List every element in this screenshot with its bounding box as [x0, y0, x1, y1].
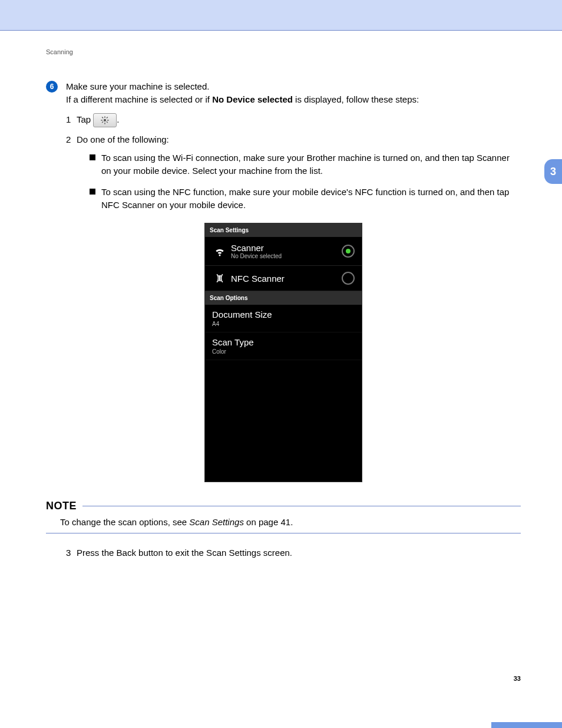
gear-icon: [93, 113, 117, 127]
svg-rect-7: [107, 117, 108, 118]
sub-item-3: 3 Press the Back button to exit the Scan…: [66, 546, 521, 559]
step-line1: Make sure your machine is selected.: [66, 81, 209, 91]
b2b: NFC Scanner: [101, 200, 155, 210]
sub1-b: .: [117, 114, 119, 124]
phone-section-scan-options: Scan Options: [205, 291, 362, 305]
sub-num-3: 3: [66, 546, 77, 559]
note-label: NOTE: [46, 500, 77, 512]
phone-nfc-title: NFC Scanner: [231, 274, 342, 284]
bullet-2: To scan using the NFC function, make sur…: [90, 186, 521, 212]
sub-text-2: Do one of the following:: [77, 133, 521, 146]
phone-screenshot: Scan Settings Scanner No Device selected…: [46, 223, 521, 482]
sub-text-1: Tap .: [77, 113, 521, 127]
svg-rect-5: [102, 117, 104, 118]
phone-docsize-title: Document Size: [212, 309, 355, 319]
phone-screen: Scan Settings Scanner No Device selected…: [204, 223, 362, 482]
wifi-icon: [212, 245, 227, 257]
note-head: NOTE: [46, 500, 521, 512]
sub1-a: Tap: [77, 114, 93, 124]
note-body-a: To change the scan options, see: [60, 517, 189, 527]
sub-num-1: 1: [66, 113, 77, 126]
radio-unselected-icon[interactable]: [342, 272, 355, 285]
svg-rect-2: [105, 123, 105, 124]
step-line2c: is displayed, follow these steps:: [293, 94, 419, 104]
svg-rect-6: [107, 121, 108, 123]
b1c: on your mobile device. Select your machi…: [101, 166, 323, 176]
b1b: Scanner: [477, 153, 510, 163]
svg-rect-3: [101, 120, 103, 120]
bullet-list: To scan using the Wi-Fi connection, make…: [90, 151, 521, 211]
phone-scanner-labels: Scanner No Device selected: [227, 243, 342, 259]
step-body: Make sure your machine is selected. If a…: [66, 80, 419, 106]
phone-opt-docsize[interactable]: Document Size A4: [205, 305, 362, 332]
phone-opt-scantype[interactable]: Scan Type Color: [205, 332, 362, 360]
square-bullet-icon: [90, 154, 95, 160]
svg-rect-8: [102, 121, 104, 123]
sub-item-1: 1 Tap .: [66, 113, 521, 127]
b2c: on your mobile device.: [155, 200, 246, 210]
radio-selected-icon[interactable]: [342, 245, 355, 258]
sub-list-after-note: 3 Press the Back button to exit the Scan…: [66, 546, 521, 559]
note-block: NOTE To change the scan options, see Sca…: [46, 500, 521, 533]
square-bullet-icon: [90, 189, 95, 195]
note-body-ital: Scan Settings: [189, 517, 244, 527]
svg-rect-1: [105, 116, 105, 118]
phone-row-nfc[interactable]: NFC Scanner: [205, 266, 362, 291]
sub-list: 1 Tap . 2 Do one of the following:: [66, 113, 521, 146]
page-content: Scanning 6 Make sure your machine is sel…: [0, 31, 562, 559]
b1a: To scan using the Wi-Fi connection, make…: [101, 153, 477, 163]
step-line2-bold: No Device selected: [212, 94, 293, 104]
bullet-2-text: To scan using the NFC function, make sur…: [101, 186, 521, 212]
phone-section-scan-settings: Scan Settings: [205, 223, 362, 237]
step-line2a: If a different machine is selected or if: [66, 94, 212, 104]
step-6: 6 Make sure your machine is selected. If…: [46, 80, 521, 106]
sub-text-3: Press the Back button to exit the Scan S…: [77, 546, 521, 559]
footer-accent: [491, 722, 562, 728]
phone-nfc-labels: NFC Scanner: [227, 274, 342, 284]
phone-scantype-val: Color: [212, 348, 355, 355]
phone-row-scanner[interactable]: Scanner No Device selected: [205, 237, 362, 266]
svg-rect-4: [107, 120, 109, 120]
note-body-b: on page 41.: [244, 517, 293, 527]
bullet-1: To scan using the Wi-Fi connection, make…: [90, 151, 521, 177]
sub-num-2: 2: [66, 133, 77, 146]
svg-point-0: [104, 118, 106, 121]
note-rule-top: [82, 506, 521, 506]
phone-scanner-title: Scanner: [231, 243, 342, 253]
b2a: To scan using the NFC function, make sur…: [101, 187, 509, 197]
running-head: Scanning: [46, 48, 521, 55]
sub-item-2: 2 Do one of the following:: [66, 133, 521, 146]
header-band: [0, 0, 562, 31]
phone-scantype-title: Scan Type: [212, 337, 355, 347]
nfc-icon: [212, 272, 227, 284]
note-body: To change the scan options, see Scan Set…: [46, 512, 521, 533]
page-number: 33: [514, 675, 521, 682]
phone-docsize-val: A4: [212, 321, 355, 327]
bullet-1-text: To scan using the Wi-Fi connection, make…: [101, 151, 521, 177]
step-number-bullet: 6: [46, 81, 58, 93]
phone-scanner-sub: No Device selected: [231, 253, 342, 259]
